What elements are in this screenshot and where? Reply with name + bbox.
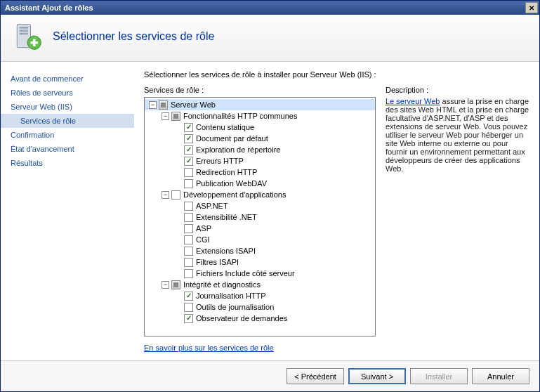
sidebar-item[interactable]: Confirmation [1,128,134,142]
checkbox[interactable] [184,157,193,166]
tree-item-label: ASP [196,224,211,233]
description-text: Le serveur Web assure la prise en charge… [386,97,529,173]
content-row: Services de rôle : −Serveur Web−Fonction… [144,86,529,360]
header: Sélectionner les services de rôle [1,15,539,62]
sidebar-item[interactable]: Résultats [1,156,134,170]
checkbox[interactable] [184,314,193,323]
description-body: assure la prise en charge des sites Web … [386,97,529,173]
checkbox[interactable] [184,269,193,278]
tree-row[interactable]: Outils de journalisation [145,301,376,313]
cancel-button[interactable]: Annuler [472,368,529,384]
previous-button[interactable]: < Précédent [287,368,344,384]
tree-item-label: Document par défaut [196,134,268,143]
svg-rect-3 [20,33,28,35]
checkbox[interactable] [184,292,193,301]
main-panel: Sélectionner les services de rôle à inst… [134,62,539,360]
tree-label: Services de rôle : [144,86,376,94]
tree-item-label: Exploration de répertoire [196,145,280,154]
checkbox[interactable] [184,134,193,143]
role-services-tree[interactable]: −Serveur Web−Fonctionnalités HTTP commun… [144,97,376,337]
tree-row[interactable]: ASP.NET [145,200,376,211]
sidebar-item[interactable]: Services de rôle [1,114,134,128]
close-icon: ✕ [529,4,534,12]
close-button[interactable]: ✕ [525,2,538,13]
tree-item-label: Extensions ISAPI [196,247,256,255]
description-title: Description : [386,86,529,94]
wizard-window: Assistant Ajout de rôles ✕ Sélectionner … [0,0,540,392]
tree-row[interactable]: −Intégrité et diagnostics [145,279,376,290]
tree-row[interactable]: Fichiers Include côté serveur [145,268,376,279]
footer: < Précédent Suivant > Installer Annuler [1,360,539,391]
server-role-icon [13,22,43,51]
checkbox[interactable] [159,100,168,110]
tree-item-label: Filtres ISAPI [196,258,239,266]
collapse-icon[interactable]: − [162,191,169,199]
tree-column: Services de rôle : −Serveur Web−Fonction… [144,86,376,360]
checkbox[interactable] [184,168,193,177]
sidebar-item[interactable]: État d'avancement [1,142,134,156]
tree-item-label: Observateur de demandes [196,314,287,322]
checkbox[interactable] [184,123,193,132]
tree-item-label: Serveur Web [171,100,216,109]
tree-item-label: CGI [196,235,210,244]
tree-row[interactable]: Filtres ISAPI [145,256,376,268]
checkbox[interactable] [184,179,193,188]
checkbox[interactable] [184,213,193,222]
tree-item-label: Extensibilité .NET [196,213,257,221]
learn-more-link[interactable]: En savoir plus sur les services de rôle [144,344,376,352]
checkbox[interactable] [184,145,193,155]
titlebar: Assistant Ajout de rôles ✕ [1,1,539,15]
checkbox[interactable] [171,190,180,200]
install-button: Installer [410,368,468,384]
tree-item-label: Outils de journalisation [196,303,274,311]
checkbox[interactable] [184,258,193,267]
body: Avant de commencerRôles de serveursServe… [1,62,539,360]
collapse-icon[interactable]: − [149,101,157,109]
intro-text: Sélectionner les services de rôle à inst… [144,70,529,79]
sidebar: Avant de commencerRôles de serveursServe… [1,62,134,360]
window-title: Assistant Ajout de rôles [5,4,93,12]
tree-item-label: Erreurs HTTP [196,157,244,165]
checkbox[interactable] [184,247,193,256]
tree-row[interactable]: ASP [145,223,376,234]
sidebar-item[interactable]: Rôles de serveurs [1,86,134,100]
checkbox[interactable] [184,235,193,244]
tree-row[interactable]: Publication WebDAV [145,178,376,189]
tree-row[interactable]: −Fonctionnalités HTTP communes [145,110,376,122]
tree-row[interactable]: Redirection HTTP [145,166,376,178]
tree-row[interactable]: Extensibilité .NET [145,211,376,223]
checkbox[interactable] [171,112,180,121]
tree-item-label: Intégrité et diagnostics [183,280,261,289]
checkbox[interactable] [184,202,193,211]
collapse-icon[interactable]: − [162,281,169,289]
tree-item-label: Fonctionnalités HTTP communes [183,112,297,120]
collapse-icon[interactable]: − [162,112,169,120]
tree-item-label: Développement d'applications [183,190,286,199]
tree-row[interactable]: Contenu statique [145,122,376,133]
tree-row[interactable]: Observateur de demandes [145,313,376,324]
sidebar-item[interactable]: Serveur Web (IIS) [1,100,134,114]
tree-item-label: Redirection HTTP [196,168,257,176]
checkbox[interactable] [171,280,180,289]
description-link[interactable]: Le serveur Web [386,97,440,105]
next-button[interactable]: Suivant > [348,368,406,384]
tree-item-label: ASP.NET [196,202,228,210]
svg-rect-2 [20,30,28,32]
tree-item-label: Journalisation HTTP [196,292,266,300]
sidebar-item[interactable]: Avant de commencer [1,72,134,86]
tree-row[interactable]: Journalisation HTTP [145,290,376,301]
tree-row[interactable]: −Développement d'applications [145,189,376,200]
tree-row[interactable]: Exploration de répertoire [145,144,376,155]
page-title: Sélectionner les services de rôle [53,30,214,43]
tree-row[interactable]: Document par défaut [145,133,376,144]
tree-row[interactable]: Erreurs HTTP [145,155,376,166]
checkbox[interactable] [184,224,193,233]
svg-rect-1 [20,27,28,29]
checkbox[interactable] [184,303,193,312]
tree-row[interactable]: CGI [145,234,376,245]
tree-row[interactable]: Extensions ISAPI [145,245,376,256]
tree-item-label: Fichiers Include côté serveur [196,269,295,277]
tree-row[interactable]: −Serveur Web [145,99,376,110]
tree-item-label: Contenu statique [196,123,254,131]
description-panel: Description : Le serveur Web assure la p… [386,86,529,360]
